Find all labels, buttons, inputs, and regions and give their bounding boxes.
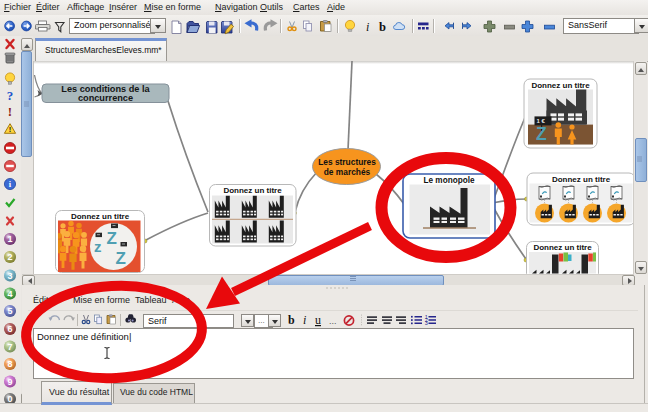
svg-text:7: 7 bbox=[7, 342, 12, 352]
svg-text:Donnez un titre: Donnez un titre bbox=[71, 212, 130, 221]
svg-text:concurrence: concurrence bbox=[78, 93, 133, 103]
svg-text:!: ! bbox=[9, 125, 12, 134]
svg-text:...: ... bbox=[329, 316, 337, 326]
svg-text:3: 3 bbox=[425, 320, 428, 326]
svg-text:u: u bbox=[315, 313, 321, 327]
svg-text:Donnez un titre: Donnez un titre bbox=[552, 175, 611, 184]
svg-text:Z: Z bbox=[536, 124, 547, 144]
svg-text:de marchés: de marchés bbox=[324, 167, 371, 177]
svg-text:i: i bbox=[366, 20, 369, 34]
svg-text:1: 1 bbox=[7, 234, 12, 244]
svg-text:Donnez un titre: Donnez un titre bbox=[223, 186, 282, 195]
svg-text:b: b bbox=[379, 20, 386, 34]
svg-text:8: 8 bbox=[7, 359, 12, 369]
svg-text:Z: Z bbox=[107, 229, 117, 248]
svg-text:Donnez un titre: Donnez un titre bbox=[533, 243, 592, 252]
svg-text:9: 9 bbox=[7, 377, 12, 387]
svg-text:2: 2 bbox=[7, 252, 12, 262]
svg-text:!: ! bbox=[8, 104, 12, 119]
svg-text:Les structures: Les structures bbox=[318, 157, 376, 167]
svg-text:5: 5 bbox=[7, 306, 12, 316]
svg-text:b: b bbox=[288, 313, 295, 327]
svg-text:Donnez un titre: Donnez un titre bbox=[531, 81, 590, 90]
svg-text:Le monopole: Le monopole bbox=[424, 176, 475, 185]
svg-text:?: ? bbox=[7, 88, 14, 103]
svg-text:z: z bbox=[94, 238, 102, 255]
svg-text:4: 4 bbox=[7, 289, 12, 299]
svg-text:Z: Z bbox=[116, 249, 126, 268]
svg-text:6: 6 bbox=[7, 324, 12, 334]
svg-text:3: 3 bbox=[7, 271, 12, 281]
svg-text:i: i bbox=[303, 313, 306, 327]
